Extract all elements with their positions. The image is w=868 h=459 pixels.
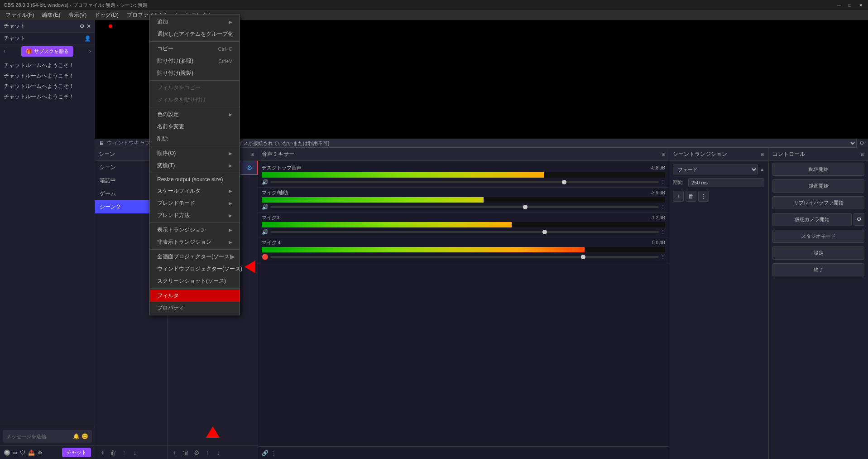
ctx-show-transition[interactable]: 表示トランジション ▶ — [150, 224, 240, 236]
ctx-add[interactable]: 追加 ▶ — [150, 16, 240, 28]
ctx-sep-6 — [150, 222, 240, 223]
ctx-hide-transition[interactable]: 非表示トランジション ▶ — [150, 236, 240, 248]
ctx-transform-arrow: ▶ — [229, 163, 232, 168]
left-arrow-icon — [245, 261, 255, 273]
ctx-order-arrow: ▶ — [229, 151, 232, 156]
ctx-fullscreen-projector[interactable]: 全画面プロジェクター(ソース) ▶ — [150, 251, 240, 263]
ctx-sep-1 — [150, 41, 240, 42]
ctx-add-arrow: ▶ — [229, 19, 232, 24]
ctx-hide-trans-arrow: ▶ — [229, 240, 232, 245]
ctx-color[interactable]: 色の設定 ▶ — [150, 108, 240, 121]
ctx-fullscreen-arrow: ▶ — [231, 254, 235, 259]
ctx-window-projector[interactable]: ウィンドウプロジェクター(ソース) — [150, 263, 240, 275]
ctx-group[interactable]: 選択したアイテムをグループ化 — [150, 28, 240, 40]
maximize-button[interactable]: □ — [846, 1, 854, 9]
ctx-blend-method[interactable]: ブレンド方法 ▶ — [150, 209, 240, 222]
ctx-delete[interactable]: 削除 — [150, 133, 240, 145]
ctx-sep-2 — [150, 80, 240, 81]
ctx-rename[interactable]: 名前を変更 — [150, 121, 240, 133]
ctx-color-arrow: ▶ — [229, 112, 232, 117]
ctx-blend-mode-arrow: ▶ — [229, 201, 232, 206]
ctx-resize[interactable]: Resize output (source size) — [150, 174, 240, 185]
title-text: OBS 28.0.3 (64-bit, windows) - プロファイル: 無… — [4, 2, 148, 9]
ctx-properties[interactable]: プロパティ — [150, 302, 240, 314]
close-button[interactable]: ✕ — [857, 1, 864, 9]
ctx-copy-shortcut: Ctrl+C — [218, 46, 232, 52]
context-menu: 追加 ▶ 選択したアイテムをグループ化 コピー Ctrl+C 貼り付け(参照) … — [149, 14, 240, 315]
ctx-sep-3 — [150, 107, 240, 107]
ctx-transform[interactable]: 変換(T) ▶ — [150, 159, 240, 172]
ctx-blend-mode[interactable]: ブレンドモード ▶ — [150, 197, 240, 209]
minimize-button[interactable]: ─ — [835, 1, 843, 9]
ctx-screenshot[interactable]: スクリーンショット(ソース) — [150, 275, 240, 287]
ctx-scale-arrow: ▶ — [229, 188, 232, 193]
ctx-sep-8 — [150, 288, 240, 289]
ctx-show-trans-arrow: ▶ — [229, 227, 232, 232]
ctx-sep-4 — [150, 146, 240, 146]
ctx-blend-method-arrow: ▶ — [229, 213, 232, 218]
ctx-sep-7 — [150, 249, 240, 250]
ctx-sep-5 — [150, 173, 240, 173]
ctx-copy[interactable]: コピー Ctrl+C — [150, 43, 240, 55]
ctx-order[interactable]: 順序(O) ▶ — [150, 147, 240, 159]
title-bar: OBS 28.0.3 (64-bit, windows) - プロファイル: 無… — [0, 0, 868, 10]
ctx-paste-filter: フィルタを貼り付け — [150, 94, 240, 106]
ctx-scale-filter[interactable]: スケールフィルタ ▶ — [150, 185, 240, 197]
ctx-filter[interactable]: フィルタ — [150, 290, 240, 302]
ctx-paste-ref[interactable]: 貼り付け(参照) Ctrl+V — [150, 55, 240, 67]
left-arrow-container — [245, 261, 255, 273]
ctx-paste-ref-shortcut: Ctrl+V — [218, 58, 232, 64]
context-menu-backdrop: 追加 ▶ 選択したアイテムをグループ化 コピー Ctrl+C 貼り付け(参照) … — [0, 10, 868, 459]
ctx-paste-dup[interactable]: 貼り付け(複製) — [150, 67, 240, 79]
ctx-copy-filter: フィルタをコピー — [150, 82, 240, 94]
